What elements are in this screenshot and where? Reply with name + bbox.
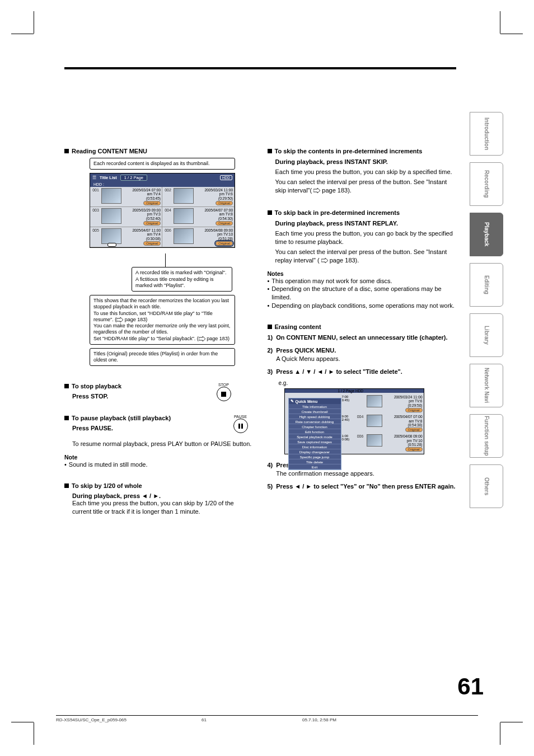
side-tab-playback[interactable]: Playback <box>470 213 503 256</box>
step-text: Press ◄ / ► to select "Yes" or "No" then… <box>276 482 455 491</box>
page-footer: RD-XS54SU/SC_Ope_E_p059-065 61 05.7.10, … <box>56 715 478 722</box>
step-text: On CONTENT MENU, select an unnecessary t… <box>276 334 447 342</box>
right-column: To skip the contents in pre-determined i… <box>268 148 457 516</box>
skipb-cmd: During playback, press INSTANT REPLAY. <box>275 219 457 228</box>
content-menu-item: 003 2005/03/29 09:00pm TV:3(0:52:40)Orig… <box>90 207 162 227</box>
quick-menu-item: Specific page jump <box>289 454 341 459</box>
section-skip-1-20: To skip by 1/20 of whole <box>64 482 254 489</box>
section-stop-playback: To stop playback <box>64 383 121 389</box>
side-tab-function-setup[interactable]: Function setup <box>470 414 503 458</box>
callout-resume: This shows that the recorder memorizes t… <box>90 295 235 345</box>
quick-menu-item: Edit function <box>289 429 341 434</box>
content-menu-screenshot: ☰ Title List 1 / 2 Page HDD HDD : 001 20… <box>90 173 235 248</box>
arrow-right-icon <box>313 188 320 193</box>
step-text: Press QUICK MENU. <box>276 347 336 354</box>
step-subtext: A Quick Menu appears. <box>276 355 340 362</box>
bullet-square-icon <box>64 483 69 488</box>
content-menu-item: 002 2005/03/24 11:00pm TV:6(0:29:50)Orig… <box>162 187 235 207</box>
quick-menu-item: Exit <box>289 464 341 469</box>
skipf-text1: Each time you press the button, you can … <box>275 168 457 176</box>
notes-heading: Notes <box>268 270 457 277</box>
quick-menu-item: Special playback mode <box>289 434 341 439</box>
quick-menu-item: Create thumbnail <box>289 409 341 414</box>
quick-menu-item: Title delete <box>289 459 341 464</box>
section-pause-playback: To pause playback (still playback) <box>64 415 171 421</box>
callout-text: This shows that the recorder memorizes t… <box>93 298 230 341</box>
callout-order: Titles (Original) precede titles (Playli… <box>90 348 235 367</box>
step-text: Press ▲ / ▼ / ◄ / ► to select "Title del… <box>276 368 402 376</box>
callout-text: Titles (Original) precede titles (Playli… <box>93 351 218 363</box>
note-item: •Depending on playback conditions, some … <box>268 302 457 310</box>
skipf-cmd: During playback, press INSTANT SKIP. <box>275 158 457 166</box>
step-subtext: The confirmation message appears. <box>276 470 374 477</box>
bullet-square-icon <box>268 210 272 215</box>
note-item: •Depending on the structure of a disc, s… <box>268 285 457 302</box>
eg-item: 1:000:08) 006 2005/04/08 09:00pm TV:10(0… <box>342 433 423 453</box>
eg-label: e.g. <box>279 380 457 386</box>
pause-resume-text: To resume normal playback, press PLAY bu… <box>72 440 254 448</box>
menu-icon: ☰ <box>92 175 96 180</box>
side-tab-editing[interactable]: Editing <box>470 263 503 307</box>
eg-hdd: HDD <box>355 389 363 393</box>
section-title: Erasing content <box>275 323 321 330</box>
skip20-text: Each time you press the button, you can … <box>72 499 254 516</box>
eg-page: 1 / 2 Page <box>338 389 355 393</box>
pause-label: PAUSE <box>233 415 248 419</box>
text: You can select the interval per press of… <box>275 248 447 264</box>
side-tabs: IntroductionRecordingPlaybackEditingLibr… <box>470 112 503 508</box>
eg-item: 9:002:40) 004 2005/04/07 07:00am TV:8(0:… <box>342 414 423 433</box>
bullet-square-icon <box>64 416 69 420</box>
side-tab-recording[interactable]: Recording <box>470 162 503 206</box>
footer-page: 61 <box>202 717 302 722</box>
side-tab-network-navi[interactable]: Network Navi <box>470 364 503 407</box>
step-2: 2) Press QUICK MENU. A Quick Menu appear… <box>268 346 457 363</box>
content-menu-item: 001 2005/03/24 07:00am TV:4(0:53:45)Orig… <box>90 187 162 207</box>
callout-thumbnail: Each recorded content is displayed as it… <box>90 158 235 170</box>
skipf-text2: You can select the interval per press of… <box>275 178 457 195</box>
section-skip-forward: To skip the contents in pre-determined i… <box>268 148 457 154</box>
bullet-square-icon <box>268 149 272 153</box>
press-stop: Press STOP. <box>72 393 121 400</box>
section-title: Reading CONTENT MENU <box>72 148 147 154</box>
arrow-right-icon <box>321 258 328 263</box>
section-title: To skip by 1/20 of whole <box>72 482 142 489</box>
quick-menu-item: Display changeover <box>289 449 341 454</box>
left-column: Reading CONTENT MENU Each recorded conte… <box>64 148 254 516</box>
quick-menu-item: High speed dubbing <box>289 414 341 419</box>
bullet-square-icon <box>64 384 69 388</box>
callout-text: A recorded title is marked with "Origina… <box>135 270 226 288</box>
side-tab-library[interactable]: Library <box>470 313 503 357</box>
footer-timestamp: 05.7.10, 2:58 PM <box>302 717 336 722</box>
stop-button-icon <box>217 387 231 401</box>
callout-original: A recorded title is marked with "Origina… <box>132 267 232 292</box>
text: You can select the interval per press of… <box>275 179 447 194</box>
section-title: To pause playback (still playback) <box>72 415 171 421</box>
eg-item: 7:003:45) 2005/03/24 11:00pm TV:6(0:29:5… <box>342 394 423 414</box>
note-heading: Note <box>64 454 254 461</box>
title-list-label: Title List <box>100 175 117 180</box>
section-reading-content-menu: Reading CONTENT MENU <box>64 148 254 154</box>
press-pause: Press PAUSE. <box>72 425 171 431</box>
text: page 183). <box>330 257 359 264</box>
step-3: 3) Press ▲ / ▼ / ◄ / ► to select "Title … <box>268 368 457 376</box>
hdd-badge: HDD <box>220 175 232 180</box>
content-menu-item: 004 2005/04/07 07:00am TV:8(0:54:30)Orig… <box>162 207 235 227</box>
text: page 183). <box>322 187 352 194</box>
callout-text: Each recorded content is displayed as it… <box>93 161 210 166</box>
section-title: To skip back in pre-determined increment… <box>275 209 400 216</box>
side-tab-others[interactable]: Others <box>470 464 503 508</box>
skipb-text2: You can select the interval per press of… <box>275 248 457 265</box>
pause-button-icon <box>233 419 248 433</box>
side-tab-introduction[interactable]: Introduction <box>470 112 503 156</box>
header-rule <box>64 67 456 69</box>
quick-menu-item: Disc information <box>289 444 341 449</box>
footer-file: RD-XS54SU/SC_Ope_E_p059-065 <box>56 717 202 722</box>
section-skip-back: To skip back in pre-determined increment… <box>268 209 457 216</box>
quick-menu-item: Rate conversion dubbing <box>289 419 341 424</box>
quick-menu-item: Save captured images <box>289 439 341 444</box>
bullet-square-icon <box>64 149 69 153</box>
skip20-cmd: During playback, press ◄ / ►. <box>72 492 254 499</box>
pencil-icon: ✎ <box>291 399 294 403</box>
page-content: Reading CONTENT MENU Each recorded conte… <box>64 67 456 516</box>
note-text: Sound is muted in still mode. <box>69 461 148 469</box>
